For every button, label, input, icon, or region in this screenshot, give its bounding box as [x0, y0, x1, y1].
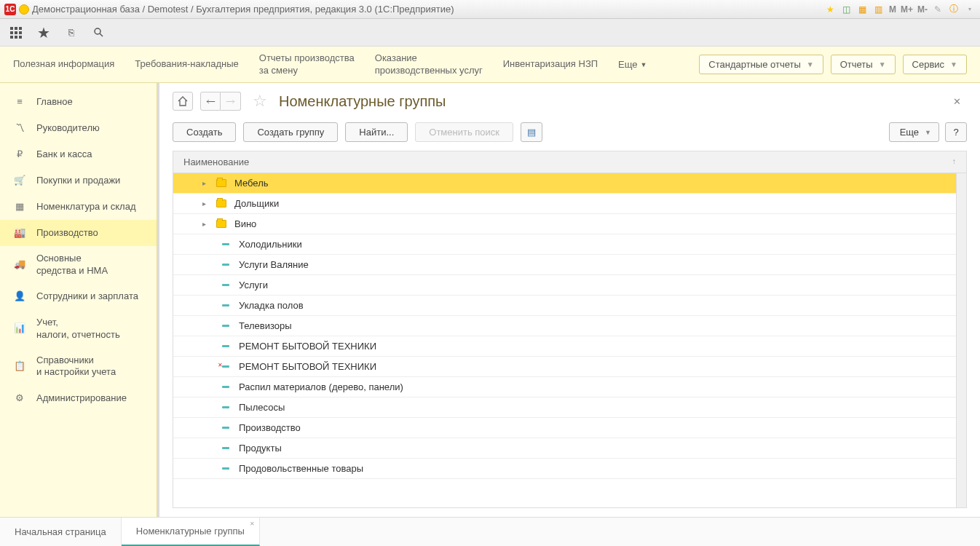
dropdown-icon[interactable] [19, 4, 29, 15]
expand-icon[interactable]: ▸ [202, 179, 211, 187]
scrollbar[interactable] [956, 173, 966, 507]
folder-row[interactable]: ▸Дольщики [173, 194, 956, 214]
item-row[interactable]: Телевизоры [173, 316, 956, 336]
tab[interactable]: Номенклатурные группы✕ [122, 518, 260, 546]
item-icon [220, 284, 232, 286]
item-row[interactable]: Распил материалов (дерево, панели) [173, 377, 956, 397]
item-row[interactable]: РЕМОНТ БЫТОВОЙ ТЕХНИКИ [173, 336, 956, 357]
folder-icon [216, 179, 227, 187]
history-icon[interactable]: ◫ [841, 4, 853, 15]
sidebar-item[interactable]: ₽Банк и касса [0, 141, 157, 167]
folder-icon [216, 199, 227, 207]
sidebar-item[interactable]: 📊Учет, налоги, отчетность [0, 310, 157, 348]
forward-button[interactable]: 🡒 [221, 92, 241, 111]
item-row[interactable]: Продукты [173, 438, 956, 459]
star-icon[interactable]: ★ [36, 25, 51, 40]
sidebar-item[interactable]: 🚚Основные средства и НМА [0, 246, 157, 284]
clipboard-icon[interactable]: ⎘ [64, 25, 79, 40]
section-toolbar: Полезная информация Требования-накладные… [0, 47, 980, 83]
create-button[interactable]: Создать [173, 122, 236, 142]
mem-mminus-button[interactable]: M- [917, 4, 928, 15]
item-icon [220, 264, 232, 266]
mem-m-button[interactable]: M [889, 4, 896, 15]
sidebar-item[interactable]: ≡Главное [0, 89, 157, 115]
calendar-icon[interactable]: ▥ [873, 4, 885, 15]
sidebar-icon: 📋 [13, 360, 26, 373]
apps-grid-icon[interactable] [9, 25, 23, 40]
more-actions-button[interactable]: Еще▼ [889, 122, 939, 142]
app-logo-icon: 1C [4, 4, 16, 15]
tab[interactable]: Начальная страница [0, 518, 122, 546]
reports-button[interactable]: Отчеты▼ [831, 55, 896, 74]
item-icon [220, 304, 232, 306]
list-header[interactable]: Наименование ↑ [173, 151, 966, 173]
folder-row[interactable]: ▸Мебель [173, 173, 956, 194]
section-link[interactable]: Инвентаризация НЗП [503, 58, 598, 71]
sidebar-item[interactable]: 👤Сотрудники и зарплата [0, 284, 157, 310]
row-label: Продукты [239, 443, 282, 454]
sidebar-item[interactable]: 🛒Покупки и продажи [0, 167, 157, 194]
item-row[interactable]: Производство [173, 418, 956, 438]
sidebar-icon: 🚚 [13, 258, 26, 272]
favorite-icon[interactable]: ★ [825, 4, 837, 15]
row-label: РЕМОНТ БЫТОВОЙ ТЕХНИКИ [239, 341, 376, 352]
help-button[interactable]: ? [945, 122, 967, 142]
expand-icon[interactable]: ▸ [202, 220, 211, 228]
find-button[interactable]: Найти... [345, 122, 408, 142]
sidebar-label: Главное [36, 96, 73, 108]
section-more[interactable]: Еще▼ [618, 59, 647, 70]
sidebar-item[interactable]: ▦Номенклатура и склад [0, 194, 157, 220]
sidebar-icon: ⚙ [13, 392, 26, 405]
sidebar-icon: ₽ [13, 148, 26, 161]
mem-mplus-button[interactable]: M+ [901, 4, 913, 15]
sidebar-item[interactable]: 📋Справочники и настройки учета [0, 348, 157, 386]
row-label: Услуги [239, 280, 268, 290]
item-icon [220, 406, 232, 408]
service-button[interactable]: Сервис▼ [903, 55, 967, 74]
sidebar-label: Руководителю [36, 122, 100, 135]
row-label: Вино [234, 218, 256, 229]
close-page-button[interactable]: ✕ [947, 93, 967, 110]
list-mode-button[interactable]: ▤ [521, 122, 542, 142]
calc-icon[interactable]: ▦ [857, 4, 869, 15]
item-row[interactable]: Укладка полов [173, 296, 956, 316]
item-row[interactable]: РЕМОНТ БЫТОВОЙ ТЕХНИКИ [173, 357, 956, 377]
item-icon [220, 345, 232, 347]
home-button[interactable] [173, 92, 193, 111]
search-icon[interactable] [92, 25, 106, 40]
list-body[interactable]: ▸Мебель▸Дольщики▸ВиноХолодильникиУслуги … [173, 173, 956, 507]
sidebar-label: Производство [36, 227, 98, 240]
item-icon [220, 365, 232, 368]
dropdown-small-icon[interactable]: ▾ [964, 4, 976, 15]
section-link[interactable]: Оказание производственных услуг [375, 52, 483, 77]
item-row[interactable]: Услуги Валяние [173, 255, 956, 275]
section-link[interactable]: Требования-накладные [135, 58, 238, 71]
folder-row[interactable]: ▸Вино [173, 214, 956, 234]
sidebar-item[interactable]: ⚙Администрирование [0, 385, 157, 411]
item-icon [220, 386, 232, 388]
tab-label: Номенклатурные группы [136, 526, 245, 537]
back-button[interactable]: 🡐 [200, 92, 221, 111]
section-link[interactable]: Полезная информация [13, 58, 114, 71]
tools-icon[interactable]: ✎ [932, 4, 944, 15]
list-container: Наименование ↑ ▸Мебель▸Дольщики▸ВиноХоло… [173, 151, 967, 508]
standard-reports-button[interactable]: Стандартные отчеты▼ [699, 55, 823, 74]
expand-icon[interactable]: ▸ [202, 199, 211, 207]
row-label: Производство [239, 422, 301, 433]
tab-close-icon[interactable]: ✕ [250, 521, 255, 527]
item-row[interactable]: Услуги [173, 275, 956, 296]
item-row[interactable]: Продовольственные товары [173, 459, 956, 479]
row-label: Дольщики [234, 198, 279, 209]
row-label: Мебель [234, 178, 269, 189]
section-link[interactable]: Отчеты производства за смену [259, 52, 355, 77]
sidebar-item[interactable]: 〽Руководителю [0, 115, 157, 141]
content-area: 🡐 🡒 ☆ Номенклатурные группы ✕ Создать Со… [157, 83, 980, 517]
page-title: Номенклатурные группы [279, 93, 446, 110]
sidebar-item[interactable]: 🏭Производство [0, 220, 157, 246]
favorite-page-icon[interactable]: ☆ [253, 92, 267, 111]
create-group-button[interactable]: Создать группу [243, 122, 338, 142]
info-icon[interactable]: ⓘ [948, 4, 960, 15]
item-icon [220, 243, 232, 245]
item-row[interactable]: Пылесосы [173, 397, 956, 418]
item-row[interactable]: Холодильники [173, 234, 956, 255]
